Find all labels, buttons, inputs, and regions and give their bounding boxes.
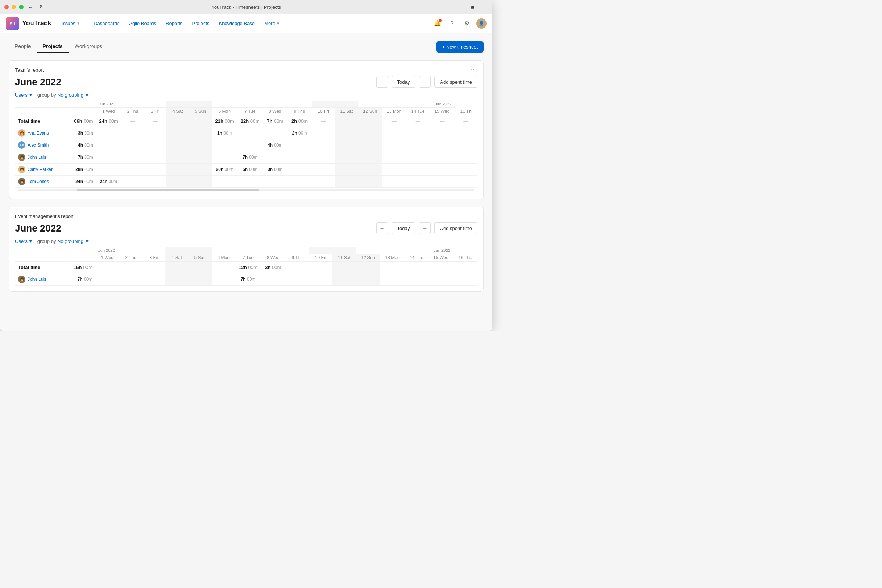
- user-link-tom[interactable]: 🧑 Tom Jones: [18, 178, 65, 185]
- navbar-right: 🔔 ? ⚙ 👤: [432, 18, 487, 28]
- today-button-1[interactable]: Today: [392, 76, 416, 88]
- report-card-2: Event management's report ··· June 2022 …: [9, 207, 484, 292]
- th-total-label-1: [68, 108, 96, 116]
- more-chevron: ▼: [276, 21, 280, 26]
- tab-projects[interactable]: Projects: [37, 40, 69, 53]
- total-d6: 21h 00m: [212, 116, 237, 127]
- prev-month-button-1[interactable]: ←: [376, 76, 388, 88]
- minimize-button[interactable]: [12, 5, 16, 9]
- th-d4: 4 Sat: [166, 108, 189, 116]
- tab-people[interactable]: People: [9, 40, 37, 53]
- report-title-1: Team's report: [15, 67, 44, 73]
- user-link-alex[interactable]: AS Alex Smith: [18, 141, 65, 149]
- time-ana: 3h 00m: [68, 127, 96, 139]
- total-row-2: Total time 15h 00m — — — — 12h 00m 3h 00…: [15, 262, 477, 273]
- today-button-2[interactable]: Today: [392, 222, 416, 234]
- ts-grid-container-1: Jun 2022 Jun 2022 1 Wed 2 Thu: [15, 101, 477, 193]
- new-timesheet-button[interactable]: + New timesheet: [436, 41, 484, 52]
- total-label-1: Total time: [15, 116, 68, 127]
- logo-icon: YT: [6, 17, 19, 30]
- page-content: People Projects Workgroups + New timeshe…: [0, 33, 492, 331]
- close-button[interactable]: [4, 5, 9, 9]
- total-time-1: 66h 00m: [68, 116, 96, 127]
- group-by-label-1: group by No grouping ▼: [38, 92, 90, 98]
- report-menu-1[interactable]: ···: [470, 66, 477, 73]
- report-title-2: Event management's report: [15, 213, 74, 219]
- total-row-1: Total time 66h 00m 24h 00m — — 21h 00m 1…: [15, 116, 477, 127]
- th-d9: 9 Thu: [287, 108, 312, 116]
- th-d14: 14 Tue: [406, 108, 430, 116]
- logo-area[interactable]: YT YouTrack: [6, 17, 51, 30]
- th-user-1: [15, 101, 68, 108]
- nav-reports[interactable]: Reports: [161, 18, 187, 28]
- user-cell-ana: 🧑 Ana Evans: [15, 127, 68, 139]
- total-d1: 24h 00m: [96, 116, 121, 127]
- nav-dashboards[interactable]: Dashboards: [89, 18, 124, 28]
- user-cell-john: 🧑 John Luis: [15, 152, 68, 164]
- total-label-2: Total time: [15, 262, 67, 273]
- user-cell-tom: 🧑 Tom Jones: [15, 176, 68, 188]
- user-row-ana: 🧑 Ana Evans 3h 00m 1h 00m: [15, 127, 477, 139]
- nav-agile-boards[interactable]: Agile Boards: [124, 18, 160, 28]
- add-spent-button-1[interactable]: Add spent time: [434, 76, 477, 88]
- th-d13: 13 Mon: [382, 108, 406, 116]
- total-d4: [166, 116, 189, 127]
- maximize-button[interactable]: [19, 5, 24, 9]
- report-month-2: June 2022: [15, 223, 373, 234]
- avatar-john-2: 🧑: [18, 276, 26, 283]
- scrollbar-thumb-1[interactable]: [77, 189, 260, 192]
- report-nav-2: June 2022 ← Today → Add spent time: [15, 222, 477, 234]
- user-link-john[interactable]: 🧑 John Luis: [18, 154, 65, 161]
- total-d12: [358, 116, 382, 127]
- nav-more[interactable]: More ▼: [260, 18, 285, 28]
- next-month-button-1[interactable]: →: [419, 76, 431, 88]
- th-weekend2-1: [312, 101, 358, 108]
- header-row-jun-2: Jun 2022 Jun 2022: [15, 247, 477, 254]
- tab-workgroups[interactable]: Workgroups: [69, 40, 108, 53]
- notification-dot: [439, 19, 442, 22]
- th-d12: 12 Sun: [358, 108, 382, 116]
- th-weekend-1: [166, 101, 212, 108]
- avatar-tom: 🧑: [18, 178, 26, 185]
- user-cell-alex: AS Alex Smith: [15, 139, 68, 152]
- no-grouping-link-1[interactable]: No grouping ▼: [57, 92, 89, 98]
- th-d11: 11 Sat: [335, 108, 358, 116]
- nav-issues[interactable]: Issues ▼: [57, 18, 84, 28]
- settings-button[interactable]: ⚙: [462, 18, 472, 28]
- report-nav-1: June 2022 ← Today → Add spent time: [15, 76, 477, 88]
- user-avatar[interactable]: 👤: [476, 18, 487, 28]
- th-d1: 1 Wed: [96, 108, 121, 116]
- nav-knowledge-base[interactable]: Knowledge Base: [214, 18, 260, 28]
- report-header-2: Event management's report ···: [15, 213, 477, 219]
- prev-month-button-2[interactable]: ←: [376, 222, 388, 234]
- extension-icon[interactable]: ◾: [469, 4, 476, 10]
- th-jun-left: Jun 2022: [96, 101, 166, 108]
- users-filter-1[interactable]: Users ▼: [15, 92, 33, 98]
- total-d3: —: [144, 116, 166, 127]
- notifications-button[interactable]: 🔔: [432, 18, 442, 28]
- forward-button[interactable]: ↻: [38, 4, 46, 10]
- th-d8: 8 Wed: [263, 108, 287, 116]
- total-d5: [189, 116, 212, 127]
- help-button[interactable]: ?: [447, 18, 457, 28]
- next-month-button-2[interactable]: →: [419, 222, 431, 234]
- total-d11: [335, 116, 358, 127]
- ts-grid-container-2: Jun 2022 Jun 2022 1 Wed 2 Thu: [15, 247, 477, 285]
- add-spent-button-2[interactable]: Add spent time: [434, 222, 477, 234]
- header-days-row-1: 1 Wed 2 Thu 3 Fri 4 Sat 5 Sun 6 Mon 7 Tu…: [15, 108, 477, 116]
- nav-projects[interactable]: Projects: [188, 18, 214, 28]
- back-button[interactable]: ←: [27, 4, 35, 10]
- report-menu-2[interactable]: ···: [470, 213, 477, 219]
- ts-grid-1: Jun 2022 Jun 2022 1 Wed 2 Thu: [15, 101, 477, 188]
- scrollbar-track-1[interactable]: [15, 188, 477, 193]
- total-d8: 7h 00m: [263, 116, 287, 127]
- users-filter-2[interactable]: Users ▼: [15, 238, 33, 244]
- menu-icon[interactable]: ⋮: [482, 4, 488, 10]
- user-link-john-2[interactable]: 🧑 John Luis: [18, 276, 64, 283]
- logo-text: YouTrack: [22, 20, 51, 27]
- user-link-ana[interactable]: 🧑 Ana Evans: [18, 129, 65, 137]
- no-grouping-link-2[interactable]: No grouping ▼: [57, 238, 89, 244]
- filter-row-2: Users ▼ group by No grouping ▼: [15, 238, 477, 244]
- user-link-carry[interactable]: 🧑 Carry Parker: [18, 166, 65, 173]
- th-d10: 10 Fri: [312, 108, 334, 116]
